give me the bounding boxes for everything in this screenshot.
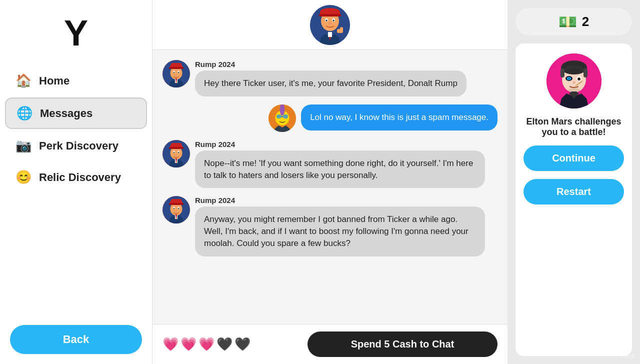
sidebar-item-messages[interactable]: 🌐 Messages	[5, 98, 147, 129]
svg-rect-18	[169, 67, 184, 69]
spend-cash-button[interactable]: Spend 5 Cash to Chat	[308, 332, 498, 357]
msg-bubble-1: Hey there Ticker user, it's me, your fav…	[195, 70, 466, 96]
main-chat-area: Rump 2024 Hey there Ticker user, it's me…	[152, 0, 508, 364]
svg-point-10	[328, 22, 332, 24]
cash-amount: 2	[582, 14, 589, 30]
user-avatar	[268, 104, 296, 132]
sidebar: Y 🏠 Home 🌐 Messages 📷 Perk Discovery 😊 R…	[0, 0, 152, 364]
heart-4: 🖤	[216, 336, 232, 352]
msg-content-3: Rump 2024 Anyway, you might remember I g…	[195, 196, 485, 256]
sidebar-item-perk-discovery[interactable]: 📷 Perk Discovery	[5, 131, 147, 160]
header-avatar-svg	[310, 5, 350, 45]
sidebar-item-label-relic: Relic Discovery	[39, 171, 121, 184]
hearts-display: 💗 💗 💗 🖤 🖤	[162, 336, 250, 352]
svg-point-8	[326, 20, 328, 22]
heart-5: 🖤	[234, 336, 250, 352]
chat-header	[152, 0, 508, 50]
svg-rect-29	[283, 114, 288, 118]
svg-point-49	[174, 208, 174, 209]
svg-point-9	[332, 20, 334, 22]
msg-bubble-user: Lol no way, I know this is just a spam m…	[301, 104, 498, 130]
svg-point-22	[178, 72, 179, 73]
svg-rect-17	[171, 63, 182, 66]
challenge-text: Elton Mars challenges you to a battle!	[524, 116, 624, 138]
perk-icon: 📷	[15, 138, 32, 154]
svg-point-39	[178, 152, 179, 153]
challenge-card: Elton Mars challenges you to a battle! C…	[516, 44, 632, 356]
svg-point-40	[176, 154, 178, 155]
message-row-user: Lol no way, I know this is just a spam m…	[162, 104, 498, 132]
chat-header-avatar	[310, 5, 350, 45]
relic-icon: 😊	[15, 170, 32, 185]
svg-rect-35	[169, 147, 184, 149]
msg-sender-1: Rump 2024	[195, 60, 466, 68]
watermark: ⬡ 小黑盒	[612, 352, 636, 360]
chat-footer: 💗 💗 💗 🖤 🖤 Spend 5 Cash to Chat	[152, 324, 508, 364]
heart-3: 💗	[198, 336, 214, 352]
sidebar-item-label-home: Home	[39, 74, 70, 88]
cash-bar: 💵 2	[516, 8, 632, 36]
sidebar-nav: 🏠 Home 🌐 Messages 📷 Perk Discovery 😊 Rel…	[0, 66, 152, 325]
svg-rect-28	[276, 114, 282, 118]
sidebar-item-label-perk: Perk Discovery	[39, 140, 118, 152]
sidebar-item-home[interactable]: 🏠 Home	[5, 66, 147, 96]
messages-icon: 🌐	[16, 106, 33, 121]
svg-rect-30	[282, 116, 283, 117]
message-row-2: Rump 2024 Nope--it's me! 'If you want so…	[162, 140, 498, 188]
right-panel: 💵 2	[508, 0, 640, 364]
message-row: Rump 2024 Hey there Ticker user, it's me…	[162, 60, 498, 96]
svg-point-21	[174, 72, 174, 73]
msg-sender-3: Rump 2024	[195, 196, 485, 204]
svg-rect-57	[584, 68, 588, 78]
cash-icon: 💵	[558, 13, 577, 30]
svg-rect-5	[319, 14, 341, 16]
rump-avatar-3	[162, 196, 190, 224]
svg-point-64	[572, 82, 576, 84]
svg-point-51	[176, 210, 178, 212]
app-logo: Y	[0, 10, 152, 51]
svg-rect-13	[328, 32, 332, 37]
msg-content-1: Rump 2024 Hey there Ticker user, it's me…	[195, 60, 466, 96]
svg-rect-34	[171, 143, 182, 146]
svg-rect-4	[322, 9, 338, 13]
message-row-3: Rump 2024 Anyway, you might remember I g…	[162, 196, 498, 256]
msg-content-user: Lol no way, I know this is just a spam m…	[301, 104, 498, 130]
chat-messages: Rump 2024 Hey there Ticker user, it's me…	[152, 50, 508, 324]
challenger-avatar	[546, 54, 602, 108]
back-button[interactable]: Back	[10, 325, 142, 354]
restart-button[interactable]: Restart	[524, 179, 624, 204]
sidebar-item-relic-discovery[interactable]: 😊 Relic Discovery	[5, 162, 147, 192]
svg-point-66	[568, 88, 580, 92]
msg-bubble-2: Nope--it's me! 'If you want something do…	[195, 150, 485, 188]
msg-bubble-3: Anyway, you might remember I got banned …	[195, 206, 485, 256]
svg-point-60	[568, 78, 570, 80]
watermark-text: 小黑盒	[620, 352, 636, 360]
heart-1: 💗	[162, 336, 178, 352]
svg-point-38	[174, 152, 174, 153]
svg-rect-12	[340, 27, 343, 31]
msg-sender-2: Rump 2024	[195, 140, 485, 148]
home-icon: 🏠	[15, 73, 32, 88]
continue-button[interactable]: Continue	[524, 146, 624, 171]
svg-point-63	[578, 78, 580, 80]
svg-point-23	[176, 74, 178, 76]
svg-rect-56	[560, 68, 564, 78]
svg-point-50	[178, 208, 179, 209]
heart-2: 💗	[180, 336, 196, 352]
rump-avatar-1	[162, 60, 190, 88]
watermark-icon: ⬡	[612, 353, 618, 360]
sidebar-item-label-messages: Messages	[40, 107, 92, 120]
svg-rect-46	[169, 203, 184, 205]
svg-rect-45	[171, 199, 182, 202]
rump-avatar-2	[162, 140, 190, 168]
msg-content-2: Rump 2024 Nope--it's me! 'If you want so…	[195, 140, 485, 188]
